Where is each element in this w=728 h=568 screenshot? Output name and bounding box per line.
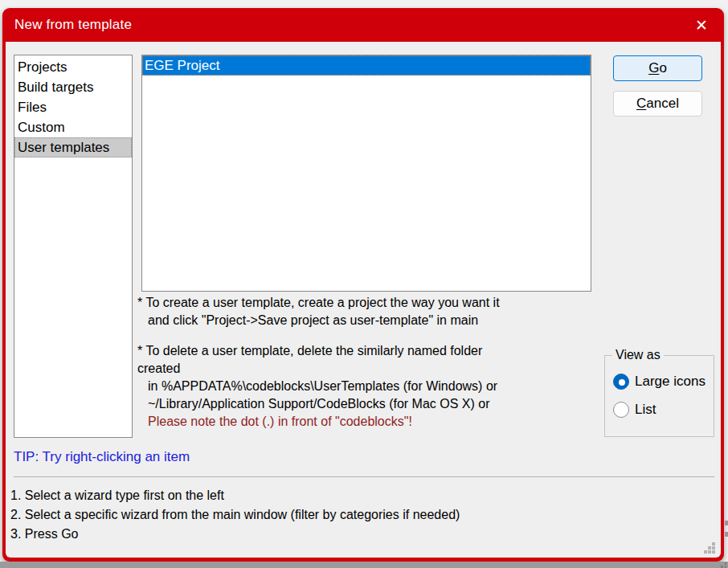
- divider: [14, 476, 714, 477]
- radio-unselected-icon[interactable]: [613, 402, 629, 418]
- tip-text: TIP: Try right-clicking an item: [14, 449, 190, 465]
- close-icon[interactable]: ✕: [685, 11, 718, 39]
- view-as-label: View as: [612, 348, 664, 362]
- background-window-strip: [0, 562, 728, 568]
- list-item-ege-project[interactable]: EGE Project: [142, 55, 591, 76]
- view-as-groupbox: View as Large icons List: [604, 355, 714, 437]
- title-bar: New from template ✕: [2, 8, 724, 42]
- list-item-files[interactable]: Files: [14, 97, 132, 117]
- instruction-step: 1. Select a wizard type first on the lef…: [10, 486, 460, 505]
- help-note-red: Please note the dot (.) in front of "cod…: [137, 413, 603, 431]
- radio-large-icons[interactable]: Large icons: [613, 374, 706, 390]
- help-line: * To create a user template, create a pr…: [137, 294, 603, 312]
- resize-grip-icon[interactable]: [704, 542, 716, 554]
- help-line: created: [137, 360, 603, 378]
- new-from-template-dialog: New from template ✕ Projects Build targe…: [2, 8, 724, 562]
- cancel-button-label: Cancel: [636, 96, 679, 112]
- instruction-step: 3. Press Go: [10, 525, 460, 544]
- cancel-button[interactable]: Cancel: [613, 91, 702, 116]
- background-artifact: [725, 521, 728, 525]
- instructions: 1. Select a wizard type first on the lef…: [10, 486, 460, 544]
- background-artifact: [725, 532, 728, 537]
- help-line: and click "Project->Save project as user…: [137, 312, 603, 329]
- radio-list-label: List: [635, 402, 656, 418]
- radio-list[interactable]: List: [613, 402, 656, 418]
- list-item-custom[interactable]: Custom: [14, 117, 132, 137]
- go-button-label: Go: [648, 60, 667, 76]
- template-list[interactable]: EGE Project: [141, 55, 591, 292]
- window-title: New from template: [2, 17, 132, 33]
- radio-large-icons-label: Large icons: [635, 374, 706, 390]
- help-line: ~/Library/Application Support/CodeBlocks…: [137, 395, 603, 413]
- help-text: * To create a user template, create a pr…: [137, 294, 603, 431]
- list-item-build-targets[interactable]: Build targets: [14, 77, 132, 97]
- go-button[interactable]: Go: [613, 55, 702, 81]
- background-resize-grip-icon: [715, 562, 726, 568]
- help-line: * To delete a user template, delete the …: [137, 342, 603, 360]
- instruction-step: 2. Select a specific wizard from the mai…: [10, 505, 460, 525]
- wizard-type-list[interactable]: Projects Build targets Files Custom User…: [14, 55, 133, 438]
- list-item-user-templates[interactable]: User templates: [14, 137, 132, 157]
- radio-selected-icon[interactable]: [613, 374, 629, 390]
- list-item-projects[interactable]: Projects: [14, 57, 132, 77]
- help-line: in %APPDATA%\codeblocks\UserTemplates (f…: [137, 378, 603, 395]
- dialog-body: Projects Build targets Files Custom User…: [6, 42, 721, 558]
